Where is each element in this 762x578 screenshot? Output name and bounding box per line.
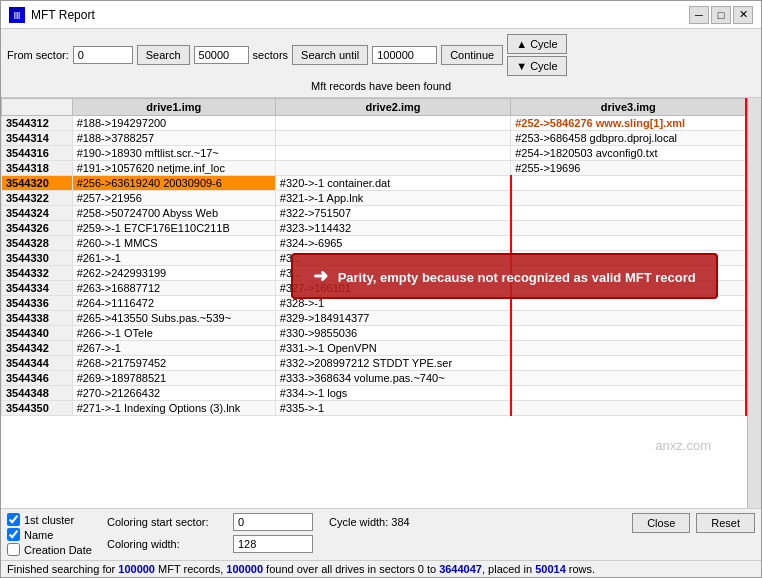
checkbox-1st-cluster: 1st cluster <box>7 513 97 526</box>
cell-drive1: #188->194297200 <box>72 116 275 131</box>
table-row: 3544316#190->18930 mftlist.scr.~17~#254-… <box>2 146 747 161</box>
cell-drive1: #263->16887712 <box>72 281 275 296</box>
status-val4: 50014 <box>535 563 566 575</box>
cell-drive3 <box>511 281 746 296</box>
cell-num: 3544314 <box>2 131 73 146</box>
table-container[interactable]: drive1.img drive2.img drive3.img 3544312… <box>1 98 747 508</box>
cell-num: 3544332 <box>2 266 73 281</box>
table-row: 3544336#264->1116472#328->-1 <box>2 296 747 311</box>
table-row: 3544314#188->3788257#253->686458 gdbpro.… <box>2 131 747 146</box>
coloring-width-input[interactable] <box>233 535 313 553</box>
cell-drive1: #190->18930 mftlist.scr.~17~ <box>72 146 275 161</box>
table-area: drive1.img drive2.img drive3.img 3544312… <box>1 98 761 508</box>
close-button[interactable]: Close <box>632 513 690 533</box>
search-until-input[interactable] <box>372 46 437 64</box>
close-window-button[interactable]: ✕ <box>733 6 753 24</box>
cell-num: 3544328 <box>2 236 73 251</box>
cycle-width-display: Cycle width: 384 <box>329 516 410 528</box>
cell-drive2: #321->-1 App.lnk <box>275 191 510 206</box>
cell-drive1: #271->-1 Indexing Options (3).lnk <box>72 401 275 416</box>
cycle-up-button[interactable]: ▲ Cycle <box>507 34 566 54</box>
table-row: 3544338#265->413550 Subs.pas.~539~#329->… <box>2 311 747 326</box>
title-controls: ─ □ ✕ <box>689 6 753 24</box>
table-row: 3544344#268->217597452#332->208997212 ST… <box>2 356 747 371</box>
name-checkbox[interactable] <box>7 528 20 541</box>
cell-drive2: #331->-1 OpenVPN <box>275 341 510 356</box>
table-row: 3544326#259->-1 E7CF176E110C211B#323->11… <box>2 221 747 236</box>
cell-drive2: #333->368634 volume.pas.~740~ <box>275 371 510 386</box>
from-sector-label: From sector: <box>7 49 69 61</box>
cell-num: 3544324 <box>2 206 73 221</box>
cell-drive1: #188->3788257 <box>72 131 275 146</box>
window-title: MFT Report <box>31 8 95 22</box>
cell-drive1: #259->-1 E7CF176E110C211B <box>72 221 275 236</box>
table-row: 3544320#256->63619240 20030909-6#320->-1… <box>2 176 747 191</box>
reset-button[interactable]: Reset <box>696 513 755 533</box>
bottom-right-buttons: Close Reset <box>632 513 755 533</box>
cell-drive3 <box>511 176 746 191</box>
cell-drive1: #191->1057620 netjme.inf_loc <box>72 161 275 176</box>
status-bar: Finished searching for 100000 MFT record… <box>1 560 761 577</box>
cell-drive2 <box>275 131 510 146</box>
cell-drive3 <box>511 206 746 221</box>
cell-num: 3544316 <box>2 146 73 161</box>
cell-drive3 <box>511 371 746 386</box>
from-sector-input[interactable] <box>73 46 133 64</box>
cell-drive2: #3... <box>275 266 510 281</box>
cell-drive3 <box>511 296 746 311</box>
cell-drive1: #268->217597452 <box>72 356 275 371</box>
cell-num: 3544350 <box>2 401 73 416</box>
cell-drive2 <box>275 146 510 161</box>
continue-button[interactable]: Continue <box>441 45 503 65</box>
cell-drive2: #322->751507 <box>275 206 510 221</box>
cell-num: 3544320 <box>2 176 73 191</box>
1st-cluster-checkbox[interactable] <box>7 513 20 526</box>
cell-drive2: #328->-1 <box>275 296 510 311</box>
cell-drive2 <box>275 116 510 131</box>
status-val3: 3644047 <box>439 563 482 575</box>
cell-drive3: #253->686458 gdbpro.dproj.local <box>511 131 746 146</box>
table-row: 3544328#260->-1 MMCS#324->-6965 <box>2 236 747 251</box>
status-text: Finished searching for 100000 MFT record… <box>7 563 595 575</box>
main-window: ||| MFT Report ─ □ ✕ From sector: Search… <box>0 0 762 578</box>
cell-drive2: #324->-6965 <box>275 236 510 251</box>
cell-num: 3544338 <box>2 311 73 326</box>
cell-drive3 <box>511 356 746 371</box>
coloring-section: Coloring start sector: Cycle width: 384 … <box>107 513 410 553</box>
creation-date-checkbox[interactable] <box>7 543 20 556</box>
table-row: 3544340#266->-1 OTele#330->9855036 <box>2 326 747 341</box>
cell-num: 3544322 <box>2 191 73 206</box>
cell-drive1: #264->1116472 <box>72 296 275 311</box>
checkbox-name: Name <box>7 528 97 541</box>
sectors-input[interactable] <box>194 46 249 64</box>
search-button[interactable]: Search <box>137 45 190 65</box>
table-row: 3544322#257->21956#321->-1 App.lnk <box>2 191 747 206</box>
cell-num: 3544330 <box>2 251 73 266</box>
cycle-down-button[interactable]: ▼ Cycle <box>507 56 566 76</box>
checkbox-creation-date: Creation Date <box>7 543 97 556</box>
cycle-width-label: Cycle width: <box>329 516 388 528</box>
status-val1: 100000 <box>118 563 155 575</box>
coloring-start-input[interactable] <box>233 513 313 531</box>
cell-drive1: #262->242993199 <box>72 266 275 281</box>
cell-num: 3544340 <box>2 326 73 341</box>
cell-drive3: #252->5846276 www.sling[1].xml <box>511 116 746 131</box>
search-until-button[interactable]: Search until <box>292 45 368 65</box>
cell-drive2: #3... <box>275 251 510 266</box>
maximize-button[interactable]: □ <box>711 6 731 24</box>
mft-message: Mft records have been found <box>311 80 451 92</box>
scrollbar[interactable] <box>747 98 761 508</box>
title-bar: ||| MFT Report ─ □ ✕ <box>1 1 761 29</box>
table-row: 3544332#262->242993199#3... <box>2 266 747 281</box>
minimize-button[interactable]: ─ <box>689 6 709 24</box>
cell-drive3 <box>511 236 746 251</box>
cell-drive2: #329->184914377 <box>275 311 510 326</box>
cell-num: 3544348 <box>2 386 73 401</box>
title-bar-left: ||| MFT Report <box>9 7 95 23</box>
app-icon: ||| <box>9 7 25 23</box>
table-row: 3544330#261->-1#3... <box>2 251 747 266</box>
col-header-drive2: drive2.img <box>275 99 510 116</box>
cell-drive2: #335->-1 <box>275 401 510 416</box>
col-header-drive1: drive1.img <box>72 99 275 116</box>
cell-drive2: #320->-1 container.dat <box>275 176 510 191</box>
